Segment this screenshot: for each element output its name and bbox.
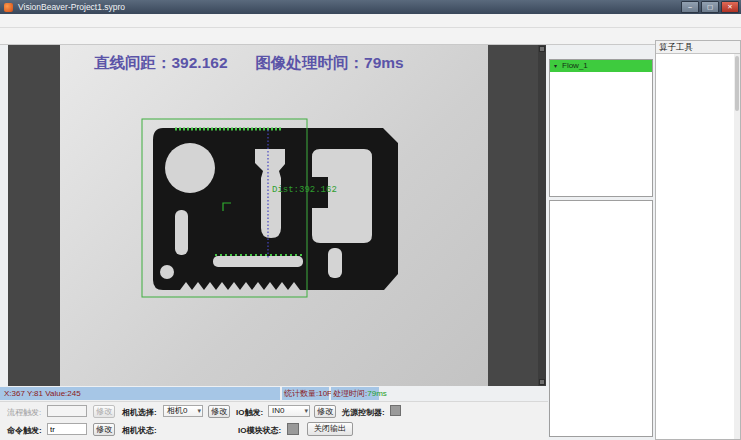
flow-tab-bar [549,45,653,57]
io-modify-button[interactable]: 修改 [314,405,336,418]
tool-card-graphic: Dist:392.162 [60,45,488,386]
flow-step-list [549,200,653,437]
process-time-result: 图像处理时间：79ms [256,54,404,71]
scroll-thumb[interactable] [735,56,739,111]
operator-panel: 算子工具 [655,40,741,440]
minimize-button[interactable]: – [681,1,699,13]
camera-status-label: 相机状态: [122,425,157,436]
operator-panel-title: 算子工具 [656,41,740,54]
app-logo-icon [4,3,13,12]
image-canvas[interactable]: 直线间距：392.162图像处理时间：79ms [8,45,546,386]
dist-annotation: Dist:392.162 [272,185,337,195]
visionbeaver-window: VisionBeaver-Project1.sypro – ▢ ✕ 直线间距：3… [0,0,741,440]
io-trigger-dropdown[interactable]: IN0 [268,405,310,417]
close-output-button[interactable]: 关闭输出 [307,422,353,436]
inspection-image: 直线间距：392.162图像处理时间：79ms [60,45,488,386]
flow-trigger-input[interactable] [47,405,87,417]
title-bar: VisionBeaver-Project1.sypro – ▢ ✕ [0,0,741,14]
menu-bar [0,14,741,28]
expander-icon[interactable]: ▾ [554,60,562,72]
camera-select-label: 相机选择: [122,407,157,418]
io-trigger-label: IO触发: [236,407,263,418]
maximize-button[interactable]: ▢ [701,1,719,13]
cmd-modify-button[interactable]: 修改 [93,423,115,436]
status-bar: X:367 Y:81 Value:245 统计数量:10PCS 处理时间:79m… [0,387,548,400]
flow-tree-panel: ▾Flow_1 [549,59,653,197]
flow-trigger-modify-button[interactable]: 修改 [93,405,115,418]
result-overlay-text: 直线间距：392.162图像处理时间：79ms [94,53,404,74]
distance-result: 直线间距：392.162 [94,54,228,71]
cmd-trigger-input[interactable] [47,423,87,435]
scroll-down-icon[interactable] [539,379,545,385]
flow-trigger-label: 流程触发: [7,407,41,418]
tree-node-flow[interactable]: ▾Flow_1 [550,60,652,72]
canvas-scrollbar[interactable] [538,45,546,386]
operator-tree [656,54,734,439]
window-title: VisionBeaver-Project1.sypro [18,2,681,12]
toolbar [0,28,741,45]
camera-modify-button[interactable]: 修改 [208,405,230,418]
io-status-label: IO模块状态: [238,425,281,436]
pixel-coords-status: X:367 Y:81 Value:245 [0,387,280,400]
scroll-up-icon[interactable] [539,46,545,52]
camera-select-dropdown[interactable]: 相机0 [163,405,203,417]
light-controller-label: 光源控制器: [342,407,385,418]
count-status: 统计数量:10PCS [282,387,329,400]
light-controller-indicator [390,405,401,416]
io-module-indicator [287,423,299,435]
time-status: 处理时间:79ms [331,387,379,400]
cmd-trigger-label: 命令触发: [7,425,42,436]
close-button[interactable]: ✕ [721,1,739,13]
control-panel: 流程触发: 修改 相机选择: 相机0 修改 IO触发: IN0 修改 光源控制器… [0,401,548,440]
operator-scrollbar[interactable] [734,54,740,439]
